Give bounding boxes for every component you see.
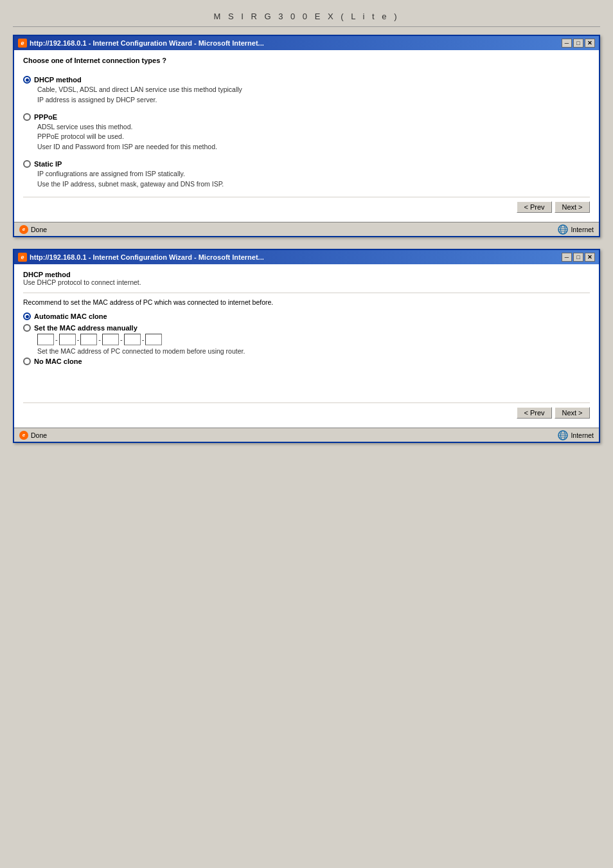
title-bar-buttons-2[interactable]: ─ □ ✕ — [562, 253, 595, 262]
option-dhcp: DHCP method Cable, VDSL, ADSL and direct… — [23, 76, 590, 105]
ie-icon-1: e — [18, 39, 27, 48]
radio-dhcp[interactable] — [23, 76, 31, 84]
status-bar-1: e Done Internet — [14, 222, 599, 236]
minimize-button-1[interactable]: ─ — [562, 39, 572, 48]
option-staticip-desc: IP confiugrations are assigned from ISP … — [37, 169, 590, 190]
title-bar-1: e http://192.168.0.1 - Internet Configur… — [14, 36, 599, 50]
prev-button-2[interactable]: < Prev — [517, 407, 552, 419]
minimize-button-2[interactable]: ─ — [562, 253, 572, 262]
internet-globe-icon-2 — [558, 430, 568, 440]
mac-field-5[interactable] — [124, 334, 141, 345]
option-dhcp-text: DHCP method — [34, 76, 82, 84]
internet-globe-icon-1 — [558, 224, 568, 235]
browser-window-1: e http://192.168.0.1 - Internet Configur… — [13, 35, 600, 237]
dhcp-header: DHCP method Use DHCP protocol to connect… — [23, 271, 590, 286]
title-bar-text-2: http://192.168.0.1 - Internet Configurat… — [30, 253, 264, 261]
option-dhcp-label[interactable]: DHCP method — [23, 76, 590, 84]
title-bar-2: e http://192.168.0.1 - Internet Configur… — [14, 250, 599, 264]
title-bar-left-2: e http://192.168.0.1 - Internet Configur… — [18, 253, 264, 262]
mac-sep-5: - — [142, 336, 145, 343]
content-area-2: DHCP method Use DHCP protocol to connect… — [14, 264, 599, 428]
option-manual-mac-text: Set the MAC address manually — [34, 324, 138, 332]
option-auto-mac-label[interactable]: Automatic MAC clone — [23, 312, 590, 320]
close-button-1[interactable]: ✕ — [585, 39, 595, 48]
mac-sep-3: - — [98, 336, 101, 343]
option-pppoe: PPPoE ADSL service uses this method. PPP… — [23, 113, 590, 152]
option-manual-mac: Set the MAC address manually - - - - - S — [23, 324, 590, 355]
internet-text-2: Internet — [571, 431, 594, 439]
radio-manual-mac[interactable] — [23, 324, 31, 332]
status-left-2: e Done — [19, 431, 47, 440]
mac-input-desc: Set the MAC address of PC connected to m… — [37, 347, 590, 355]
option-dhcp-desc: Cable, VDSL, ADSL and direct LAN service… — [37, 85, 590, 105]
option-group-2: Automatic MAC clone Set the MAC address … — [23, 312, 590, 365]
page-header-1: Choose one of Internet connection types … — [23, 57, 590, 68]
dhcp-subtitle: Use DHCP protocol to connect internet. — [23, 278, 590, 286]
mac-field-3[interactable] — [80, 334, 97, 345]
status-bar-2: e Done Internet — [14, 428, 599, 442]
option-pppoe-label[interactable]: PPPoE — [23, 113, 590, 121]
status-right-1: Internet — [558, 224, 594, 235]
radio-staticip[interactable] — [23, 160, 31, 168]
mac-field-4[interactable] — [102, 334, 119, 345]
recommend-text: Recommend to set the MAC address of PC w… — [23, 298, 590, 306]
dhcp-title: DHCP method — [23, 271, 590, 278]
mac-field-6[interactable] — [145, 334, 162, 345]
title-bar-left-1: e http://192.168.0.1 - Internet Configur… — [18, 39, 264, 48]
internet-text-1: Internet — [571, 226, 594, 233]
status-right-2: Internet — [558, 430, 594, 440]
option-no-mac: No MAC clone — [23, 357, 590, 365]
option-pppoe-desc: ADSL service uses this method. PPPoE pro… — [37, 122, 590, 152]
prev-button-1[interactable]: < Prev — [517, 201, 552, 213]
next-button-1[interactable]: Next > — [555, 201, 590, 213]
mac-sep-2: - — [77, 336, 80, 343]
option-no-mac-label[interactable]: No MAC clone — [23, 357, 590, 365]
page-title: M S I R G 3 0 0 E X ( L i t e ) — [13, 6, 600, 27]
status-icon-2: e — [19, 431, 28, 440]
title-bar-buttons-1[interactable]: ─ □ ✕ — [562, 39, 595, 48]
spacer-2 — [23, 372, 590, 397]
mac-sep-4: - — [120, 336, 123, 343]
mac-field-2[interactable] — [59, 334, 76, 345]
close-button-2[interactable]: ✕ — [585, 253, 595, 262]
radio-pppoe[interactable] — [23, 113, 31, 121]
browser-window-2: e http://192.168.0.1 - Internet Configur… — [13, 249, 600, 443]
next-button-2[interactable]: Next > — [555, 407, 590, 419]
mac-field-1[interactable] — [37, 334, 54, 345]
mac-sep-1: - — [55, 336, 58, 343]
option-no-mac-text: No MAC clone — [34, 357, 82, 365]
radio-auto-mac[interactable] — [23, 312, 31, 320]
status-icon-1: e — [19, 225, 28, 234]
option-staticip: Static IP IP confiugrations are assigned… — [23, 160, 590, 190]
divider-2 — [23, 293, 590, 293]
radio-no-mac[interactable] — [23, 357, 31, 365]
status-text-2: Done — [31, 431, 47, 439]
content-area-1: Choose one of Internet connection types … — [14, 50, 599, 222]
title-bar-text-1: http://192.168.0.1 - Internet Configurat… — [30, 39, 264, 47]
ie-icon-2: e — [18, 253, 27, 262]
maximize-button-2[interactable]: □ — [573, 253, 583, 262]
option-auto-mac-text: Automatic MAC clone — [34, 312, 107, 320]
button-row-1: < Prev Next > — [23, 197, 590, 215]
option-group-1: DHCP method Cable, VDSL, ADSL and direct… — [23, 76, 590, 189]
option-staticip-text: Static IP — [34, 160, 62, 168]
maximize-button-1[interactable]: □ — [573, 39, 583, 48]
status-left-1: e Done — [19, 225, 47, 234]
option-pppoe-text: PPPoE — [34, 113, 57, 121]
option-auto-mac: Automatic MAC clone — [23, 312, 590, 320]
option-manual-mac-label[interactable]: Set the MAC address manually — [23, 324, 590, 332]
option-staticip-label[interactable]: Static IP — [23, 160, 590, 168]
mac-inputs: - - - - - — [37, 334, 590, 345]
status-text-1: Done — [31, 226, 47, 233]
button-row-2: < Prev Next > — [23, 402, 590, 421]
